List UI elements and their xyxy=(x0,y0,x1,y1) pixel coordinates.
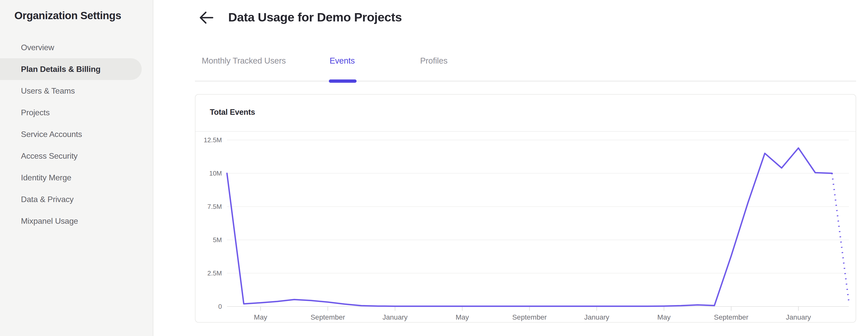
x-axis-label: May xyxy=(657,313,671,321)
sidebar: Organization Settings OverviewPlan Detai… xyxy=(0,0,153,336)
sidebar-item-users-teams[interactable]: Users & Teams xyxy=(0,80,142,102)
x-axis-label: September xyxy=(512,313,547,321)
tab-monthly-tracked-users[interactable]: Monthly Tracked Users xyxy=(202,56,286,66)
y-axis-label: 5M xyxy=(213,236,222,244)
sidebar-item-overview[interactable]: Overview xyxy=(0,37,142,58)
x-axis-label: September xyxy=(310,313,345,321)
total-events-card: Total Events 12.5M10M7.5M5M2.5M0MaySepte… xyxy=(195,94,856,323)
sidebar-item-mixpanel-usage[interactable]: Mixpanel Usage xyxy=(0,210,142,232)
arrow-left-icon xyxy=(198,10,214,25)
sidebar-item-plan-details-billing[interactable]: Plan Details & Billing xyxy=(0,58,142,80)
x-axis-label: May xyxy=(254,313,267,321)
y-axis-label: 2.5M xyxy=(207,269,222,277)
tab-events[interactable]: Events xyxy=(330,56,355,66)
x-axis-label: September xyxy=(714,313,748,321)
y-axis-label: 0 xyxy=(218,303,222,310)
active-tab-indicator xyxy=(329,80,356,83)
events-projection-dotted-line xyxy=(832,173,849,302)
back-button[interactable] xyxy=(198,10,214,25)
sidebar-item-service-accounts[interactable]: Service Accounts xyxy=(0,123,142,145)
y-axis-label: 12.5M xyxy=(204,136,222,144)
page-title: Data Usage for Demo Projects xyxy=(228,10,402,24)
tab-bar-divider xyxy=(195,81,856,82)
sidebar-item-data-privacy[interactable]: Data & Privacy xyxy=(0,188,142,210)
sidebar-item-access-security[interactable]: Access Security xyxy=(0,145,142,167)
x-axis-label: January xyxy=(382,313,408,321)
sidebar-item-identity-merge[interactable]: Identity Merge xyxy=(0,167,142,188)
tab-profiles[interactable]: Profiles xyxy=(420,56,447,66)
y-axis-label: 10M xyxy=(209,170,222,177)
y-axis-label: 7.5M xyxy=(207,203,222,210)
x-axis-label: January xyxy=(584,313,609,321)
sidebar-nav: OverviewPlan Details & BillingUsers & Te… xyxy=(0,37,153,232)
total-events-line-chart: 12.5M10M7.5M5M2.5M0MaySeptemberJanuaryMa… xyxy=(195,95,857,323)
tab-bar: Monthly Tracked UsersEventsProfiles xyxy=(195,51,856,82)
sidebar-title: Organization Settings xyxy=(14,9,121,22)
sidebar-item-projects[interactable]: Projects xyxy=(0,102,142,123)
events-series-line xyxy=(227,148,832,306)
x-axis-label: January xyxy=(786,313,811,321)
x-axis-label: May xyxy=(456,313,469,321)
